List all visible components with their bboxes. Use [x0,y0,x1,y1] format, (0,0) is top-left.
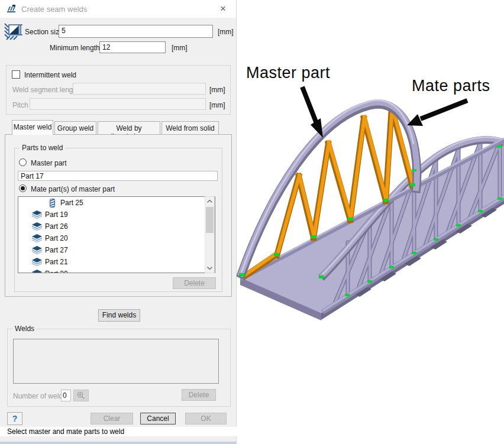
parts-to-weld-group-label: Parts to weld [20,144,65,152]
mate-parts-arrow [407,101,467,126]
model-viewport[interactable]: Master part Mate parts [237,0,504,444]
master-part-annotation: Master part [246,64,330,82]
intermittent-weld-label: Intermittent weld [24,71,76,79]
mate-parts-radio[interactable] [19,184,27,192]
tab-weld-from-solid[interactable]: Weld from solid [161,121,219,134]
intermittent-weld-checkbox[interactable] [12,70,20,79]
scrollbar-thumb[interactable] [206,207,214,233]
screenshot-stage: Create seam welds × Section size 5 [mm] … [0,0,504,444]
dialog-titlebar[interactable]: Create seam welds × [0,0,236,18]
tab-weld-by-lines-edges[interactable]: Weld by lines/edges [98,121,160,134]
list-item[interactable]: Part 27 [18,244,215,256]
scroll-down-icon[interactable] [205,264,214,273]
master-part-radio-label: Master part [31,159,67,167]
mate-parts-annotation: Mate parts [412,77,490,95]
section-size-input[interactable]: 5 [59,25,213,38]
master-part-radio[interactable] [19,158,27,166]
weld-segment-length-unit: [mm] [209,86,225,94]
create-seam-welds-dialog: Create seam welds × Section size 5 [mm] … [0,0,237,444]
window-bottom-border [0,442,237,444]
list-item[interactable]: Part 20 [18,232,215,244]
section-size-weld-icon [4,22,23,40]
pitch-input [30,98,206,110]
scroll-up-icon[interactable] [205,197,214,206]
minimum-length-input[interactable]: 12 [99,41,166,53]
zoom-to-welds-button [73,390,89,401]
plate-stack-icon [31,234,42,242]
app-weld-icon [6,4,17,14]
number-of-welds-label: Number of welds [13,392,66,400]
close-icon[interactable]: × [216,3,230,15]
minimum-length-label: Minimum length [50,44,100,52]
delete-mate-part-button: Delete [173,277,216,289]
pitch-label: Pitch [12,101,28,109]
master-part-value-field[interactable]: Part 17 [18,171,218,181]
mate-parts-list[interactable]: Part 25 Part 19 Part 26 [18,196,215,273]
help-button[interactable]: ? [7,412,22,425]
plate-stack-icon [31,270,42,273]
tab-group-weld[interactable]: Group weld [54,121,96,134]
welds-list[interactable] [13,339,219,384]
cancel-button[interactable]: Cancel [140,413,176,424]
list-item[interactable]: Part 19 [18,209,215,221]
master-part-arrow [302,87,323,138]
section-size-unit: [mm] [218,28,234,36]
plate-stack-icon [31,246,42,254]
clear-button: Clear [91,413,133,424]
list-item[interactable]: Part 26 [18,221,215,232]
list-item[interactable]: Part 25 [18,197,215,209]
list-item[interactable]: Part 21 [18,256,215,268]
tab-master-weld[interactable]: Master weld [12,120,53,135]
delete-weld-button: Delete [182,389,216,401]
welds-group-label: Welds [12,325,37,333]
plate-stack-icon [31,222,42,231]
weld-segment-length-label: Weld segment length [12,86,79,94]
column-icon [47,199,57,208]
number-of-welds-value: 0 [61,390,71,401]
plate-stack-icon [31,210,42,219]
section-size-label: Section size [25,28,63,36]
list-scrollbar[interactable] [205,196,215,273]
weld-segment-length-input [73,83,206,95]
magnifier-icon [77,391,85,400]
find-welds-button[interactable]: Find welds [98,309,140,322]
list-item[interactable]: Part 30 [18,268,215,273]
minimum-length-unit: [mm] [172,44,188,52]
plate-stack-icon [31,258,42,266]
status-bar: Select master and mate parts to weld [0,427,237,436]
pitch-unit: [mm] [209,101,225,109]
ok-button: OK [185,413,227,424]
dialog-title: Create seam welds [21,5,216,14]
mate-parts-radio-label: Mate part(s) of master part [31,185,115,193]
